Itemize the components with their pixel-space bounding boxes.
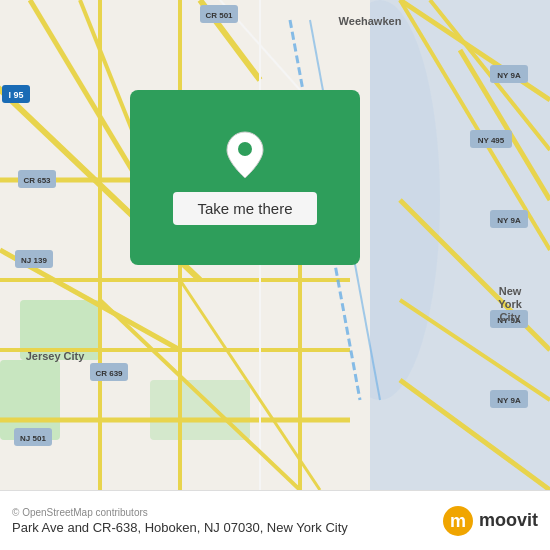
svg-text:City: City <box>500 311 522 323</box>
moovit-m-icon: m <box>443 506 473 536</box>
moovit-logo[interactable]: m moovit <box>443 506 538 536</box>
take-me-there-button[interactable]: Take me there <box>173 192 316 225</box>
bottom-bar: © OpenStreetMap contributors Park Ave an… <box>0 490 550 550</box>
svg-text:Weehawken: Weehawken <box>339 15 402 27</box>
svg-text:New: New <box>499 285 522 297</box>
address-text: Park Ave and CR-638, Hoboken, NJ 07030, … <box>12 520 348 535</box>
location-card: Take me there <box>130 90 360 265</box>
svg-text:Jersey City: Jersey City <box>26 350 86 362</box>
map-pin-icon <box>220 130 270 180</box>
svg-text:CR 639: CR 639 <box>95 369 123 378</box>
svg-text:CR 653: CR 653 <box>23 176 51 185</box>
svg-text:NJ 501: NJ 501 <box>20 434 46 443</box>
svg-text:I 95: I 95 <box>8 90 23 100</box>
svg-point-58 <box>238 142 252 156</box>
attribution-text: © OpenStreetMap contributors <box>12 507 348 518</box>
bottom-left-info: © OpenStreetMap contributors Park Ave an… <box>12 507 348 535</box>
svg-text:York: York <box>498 298 523 310</box>
moovit-wordmark: moovit <box>479 510 538 531</box>
svg-text:NY 9A: NY 9A <box>497 71 521 80</box>
svg-text:NY 495: NY 495 <box>478 136 505 145</box>
svg-text:CR 501: CR 501 <box>205 11 233 20</box>
svg-text:NJ 139: NJ 139 <box>21 256 47 265</box>
svg-text:NY 9A: NY 9A <box>497 216 521 225</box>
map-container: I 95 CR 501 CR 653 NJ 139 NY 9A NY 9A NY… <box>0 0 550 490</box>
svg-text:NY 9A: NY 9A <box>497 396 521 405</box>
